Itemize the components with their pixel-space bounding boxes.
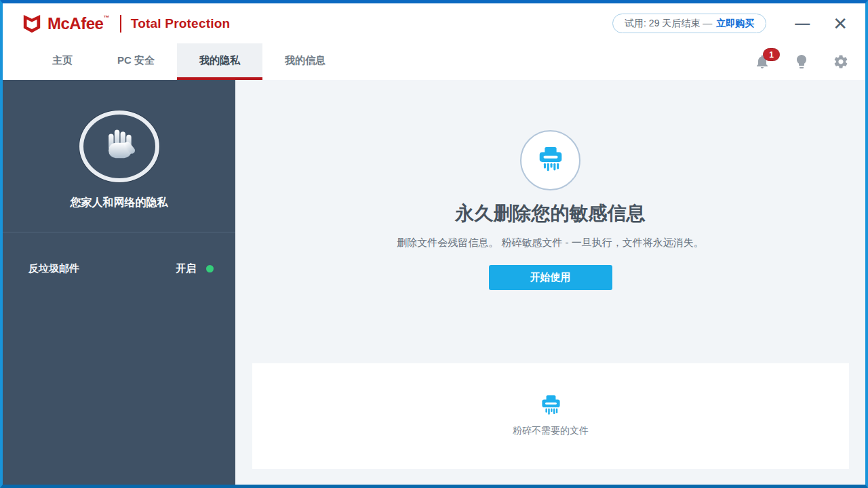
brand-separator bbox=[120, 15, 121, 33]
shred-files-card[interactable]: 粉碎不需要的文件 bbox=[252, 363, 849, 469]
get-started-button[interactable]: 开始使用 bbox=[489, 265, 612, 290]
mcafee-shield-icon bbox=[22, 14, 42, 34]
shred-card-label: 粉碎不需要的文件 bbox=[513, 425, 589, 437]
lightbulb-icon bbox=[793, 54, 810, 70]
tab-my-privacy[interactable]: 我的隐私 bbox=[177, 43, 262, 80]
settings-button[interactable] bbox=[833, 54, 849, 70]
content-area: 您家人和网络的隐私 反垃圾邮件 开启 bbox=[3, 80, 865, 485]
page-description: 删除文件会残留信息。 粉碎敏感文件 - 一旦执行，文件将永远消失。 bbox=[397, 237, 704, 249]
trial-text: 试用: 29 天后结束 — bbox=[625, 18, 712, 30]
nav-icons: 1 bbox=[731, 43, 849, 80]
page-title: 永久删除您的敏感信息 bbox=[456, 201, 646, 226]
gear-icon bbox=[833, 54, 849, 70]
main-nav: 主页 PC 安全 我的隐私 我的信息 1 bbox=[3, 43, 865, 80]
buy-now-link[interactable]: 立即购买 bbox=[716, 18, 754, 30]
tab-home[interactable]: 主页 bbox=[30, 43, 95, 80]
sidebar: 您家人和网络的隐私 反垃圾邮件 开启 bbox=[3, 80, 235, 485]
status-on-dot bbox=[206, 265, 214, 272]
shredder-icon bbox=[535, 145, 566, 176]
title-bar: McAfee™ Total Protection 试用: 29 天后结束 — 立… bbox=[3, 3, 865, 43]
header-right: 试用: 29 天后结束 — 立即购买 — ✕ bbox=[612, 14, 848, 33]
brand-name: McAfee™ bbox=[47, 14, 113, 33]
main-panel: 永久删除您的敏感信息 删除文件会残留信息。 粉碎敏感文件 - 一旦执行，文件将永… bbox=[235, 80, 865, 485]
antispam-status: 开启 bbox=[176, 262, 214, 275]
minimize-button[interactable]: — bbox=[795, 16, 810, 31]
notifications-button[interactable]: 1 bbox=[754, 54, 770, 70]
notification-badge: 1 bbox=[763, 48, 780, 61]
tips-button[interactable] bbox=[793, 54, 810, 70]
shredder-emblem bbox=[520, 130, 580, 190]
shredder-small-icon bbox=[538, 394, 564, 419]
status-text: 开启 bbox=[176, 262, 196, 275]
trademark: ™ bbox=[103, 14, 109, 21]
sidebar-item-antispam[interactable]: 反垃圾邮件 开启 bbox=[3, 262, 235, 275]
sidebar-title: 您家人和网络的隐私 bbox=[71, 196, 168, 210]
privacy-emblem bbox=[79, 110, 159, 182]
antispam-label: 反垃圾邮件 bbox=[28, 262, 79, 275]
tab-pc-security[interactable]: PC 安全 bbox=[95, 43, 177, 80]
app-window: McAfee™ Total Protection 试用: 29 天后结束 — 立… bbox=[0, 0, 868, 488]
product-name: Total Protection bbox=[131, 16, 230, 31]
sidebar-privacy-section: 您家人和网络的隐私 bbox=[3, 80, 235, 232]
tab-my-info[interactable]: 我的信息 bbox=[262, 43, 348, 80]
trial-status-pill[interactable]: 试用: 29 天后结束 — 立即购买 bbox=[612, 14, 766, 33]
brand-logo: McAfee™ Total Protection bbox=[22, 14, 230, 34]
close-button[interactable]: ✕ bbox=[833, 15, 848, 33]
stop-hand-icon bbox=[100, 127, 139, 166]
shredder-hero: 永久删除您的敏感信息 删除文件会残留信息。 粉碎敏感文件 - 一旦执行，文件将永… bbox=[235, 80, 865, 290]
